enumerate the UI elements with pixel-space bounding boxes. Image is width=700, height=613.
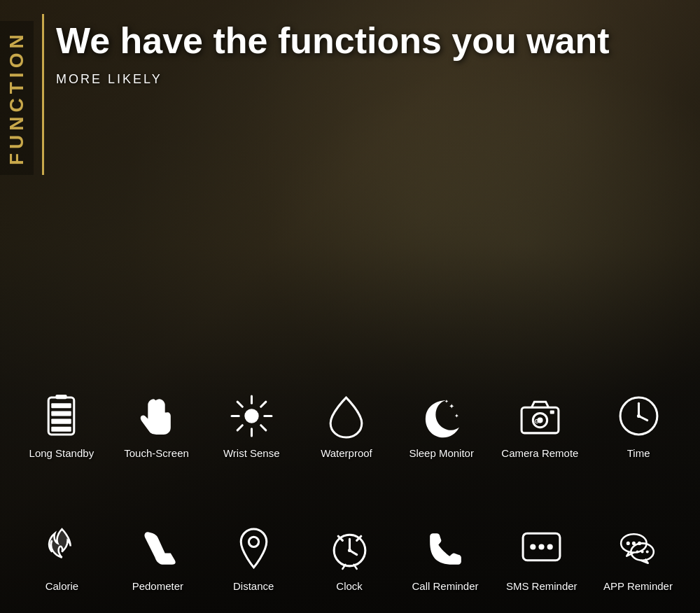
icon-touch-screen: Touch-Screen (122, 391, 192, 459)
function-label: FUNCTION (0, 21, 34, 175)
icon-sleep-monitor: ✦ ✦ ✦ Sleep Monitor (407, 391, 477, 459)
pedometer-icon (133, 524, 182, 573)
camera-remote-label: Camera Remote (501, 447, 578, 459)
waterproof-label: Waterproof (321, 447, 372, 459)
svg-text:✦: ✦ (449, 402, 454, 410)
icon-call-reminder: Call Reminder (410, 524, 480, 592)
calorie-label: Calorie (46, 580, 79, 592)
svg-text:✦: ✦ (444, 399, 449, 404)
svg-point-35 (348, 548, 351, 551)
svg-point-39 (547, 544, 553, 549)
sms-reminder-icon (517, 524, 566, 573)
clock-icon (325, 524, 374, 573)
icon-calorie: Calorie (27, 524, 97, 592)
long-standby-label: Long Standby (29, 447, 94, 459)
icon-distance: Distance (218, 524, 288, 592)
wrist-sense-icon (227, 391, 276, 440)
svg-rect-4 (52, 418, 71, 423)
svg-point-37 (530, 544, 536, 549)
sms-reminder-label: SMS Reminder (506, 580, 578, 592)
clock-label: Clock (336, 580, 363, 592)
svg-point-38 (539, 544, 545, 549)
svg-point-46 (641, 550, 644, 553)
icon-wrist-sense: Wrist Sense (216, 391, 286, 459)
icon-sms-reminder: SMS Reminder (506, 524, 578, 592)
svg-point-47 (646, 550, 649, 553)
time-label: Time (627, 447, 650, 459)
time-icon (614, 391, 663, 440)
pedometer-label: Pedometer (132, 580, 183, 592)
icons-row-1: Long Standby Touch-Screen (0, 391, 700, 459)
call-reminder-label: Call Reminder (412, 580, 478, 592)
svg-line-13 (260, 402, 265, 407)
svg-rect-3 (52, 411, 71, 416)
svg-rect-2 (52, 403, 71, 408)
svg-rect-21 (550, 410, 554, 414)
svg-point-41 (626, 541, 630, 544)
svg-point-26 (637, 414, 640, 417)
svg-text:✦: ✦ (454, 412, 459, 418)
app-reminder-label: APP Reminder (603, 580, 673, 592)
wrist-sense-label: Wrist Sense (223, 447, 280, 459)
app-reminder-icon (613, 524, 662, 573)
svg-text:⊙: ⊙ (534, 417, 540, 424)
waterproof-icon (322, 391, 371, 440)
svg-line-12 (260, 425, 265, 430)
distance-label: Distance (233, 580, 274, 592)
touch-screen-icon (132, 391, 181, 440)
svg-point-45 (636, 550, 638, 553)
svg-rect-1 (56, 395, 67, 399)
sleep-monitor-icon: ✦ ✦ ✦ (417, 391, 466, 440)
calorie-icon (37, 524, 86, 573)
svg-point-6 (244, 409, 258, 423)
icon-clock: Clock (314, 524, 384, 592)
svg-line-11 (237, 402, 242, 407)
icon-time: Time (603, 391, 673, 459)
distance-icon (229, 524, 278, 573)
sleep-monitor-label: Sleep Monitor (409, 447, 474, 459)
icon-long-standby: Long Standby (27, 391, 97, 459)
call-reminder-icon (421, 524, 470, 573)
icon-pedometer: Pedometer (122, 524, 192, 592)
header-area: We have the functions you want MORE LIKE… (56, 21, 686, 87)
camera-remote-icon: ⊙ (515, 391, 564, 440)
main-title: We have the functions you want (56, 21, 686, 61)
subtitle: MORE LIKELY (56, 72, 686, 87)
gold-divider (42, 14, 44, 175)
long-standby-icon (37, 391, 86, 440)
touch-screen-label: Touch-Screen (124, 447, 189, 459)
icon-app-reminder: APP Reminder (603, 524, 673, 592)
content-area: FUNCTION We have the functions you want … (0, 0, 700, 613)
svg-line-14 (237, 425, 242, 430)
icons-row-2: Calorie Pedometer Dis (0, 524, 700, 592)
icon-camera-remote: ⊙ Camera Remote (501, 391, 578, 459)
svg-point-27 (248, 537, 258, 547)
icon-waterproof: Waterproof (312, 391, 382, 459)
main-container: FUNCTION We have the functions you want … (0, 0, 700, 613)
svg-rect-5 (52, 426, 71, 431)
